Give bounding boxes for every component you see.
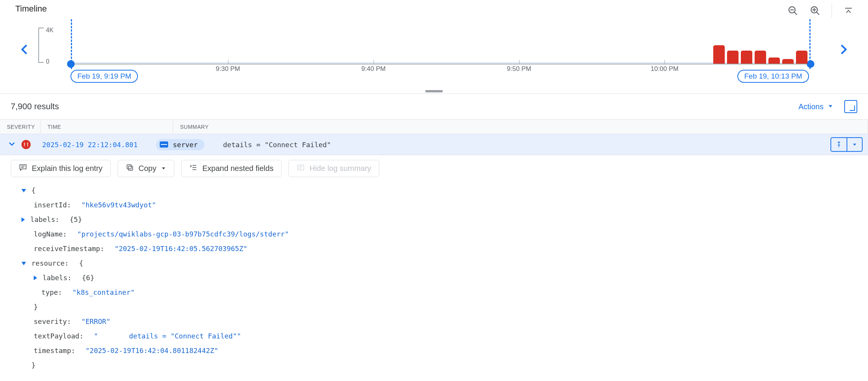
log-row-toolbar: Explain this log entry Copy Expand neste… [0, 155, 868, 182]
expand-list-icon [189, 163, 198, 174]
json-value: details = "Connect Failed"" [129, 329, 241, 343]
severity-badge-error[interactable]: !! [21, 140, 31, 149]
timeline-axis [71, 62, 811, 64]
panel-resize-handle[interactable] [425, 90, 443, 92]
triangle-right-icon[interactable] [21, 217, 25, 222]
hide-summary-button[interactable]: Hide log summary [288, 160, 379, 177]
zoom-out-icon[interactable] [787, 5, 799, 16]
json-value: "projects/qwiklabs-gcp-03-b97b75cdfc39/l… [77, 227, 289, 241]
row-actions [830, 137, 863, 152]
json-brace: } [34, 300, 38, 314]
copy-button[interactable]: Copy [118, 160, 175, 177]
caret-down-icon [827, 102, 834, 111]
timeline-ylabel-min: 0 [46, 58, 49, 65]
actions-button[interactable]: Actions [798, 102, 834, 111]
triangle-down-icon[interactable] [21, 262, 26, 265]
json-value: "hke56v9tv43wdyot" [81, 198, 156, 212]
timeline-tick: 10:00 PM [651, 65, 679, 73]
timeline-section: Timeline 4K 0 [0, 0, 868, 94]
col-time[interactable]: TIME [41, 120, 173, 134]
timeline-tick: 9:40 PM [361, 65, 385, 73]
range-handle-right[interactable] [807, 60, 814, 68]
bar[interactable] [782, 59, 794, 64]
row-timestamp[interactable]: 2025-02-19 22:12:04.801 [42, 141, 138, 149]
json-node[interactable]: insertId: "hke56v9tv43wdyot" [11, 198, 868, 212]
json-brace: { [31, 183, 36, 198]
timeline-ylabel-max: 4K [46, 27, 54, 34]
fullscreen-icon[interactable] [844, 100, 857, 113]
results-count: 7,900 results [11, 102, 59, 112]
json-key: labels: [30, 212, 59, 227]
json-node[interactable]: logName: "projects/qwiklabs-gcp-03-b97b7… [11, 227, 868, 241]
json-value: "k8s_container" [72, 285, 135, 300]
json-node[interactable]: timestamp: "2025-02-19T16:42:04.80118244… [11, 343, 868, 358]
json-node[interactable]: severity: "ERROR" [11, 314, 868, 329]
expand-row-icon[interactable] [8, 140, 16, 149]
timeline-chart[interactable]: 4K 0 Feb 19, 9:19 PM Feb 19, 10:13 PM 9:… [8, 20, 860, 85]
caret-down-icon [161, 164, 166, 173]
json-node[interactable]: } [11, 358, 868, 373]
triangle-down-icon[interactable] [21, 189, 26, 192]
collapse-panel-icon[interactable] [843, 5, 854, 16]
json-value: "2025-02-19T16:42:05.562703965Z" [115, 241, 247, 256]
json-node[interactable]: textPayload: " details = "Connect Failed… [11, 329, 868, 343]
range-end-pill[interactable]: Feb 19, 10:13 PM [737, 70, 809, 83]
log-row[interactable]: !! 2025-02-19 22:12:04.801 server detail… [0, 134, 868, 155]
svg-rect-12 [128, 166, 133, 170]
range-start-pill[interactable]: Feb 19, 9:19 PM [70, 70, 138, 83]
svg-line-4 [817, 12, 819, 15]
json-node[interactable]: receiveTimestamp: "2025-02-19T16:42:05.5… [11, 241, 868, 256]
svg-marker-9 [853, 144, 856, 146]
explain-label: Explain this log entry [32, 164, 103, 173]
service-name: server [173, 141, 198, 149]
bar[interactable] [768, 57, 780, 64]
timeline-tools [787, 4, 860, 18]
triangle-right-icon[interactable] [34, 276, 37, 280]
json-key: labels: [43, 271, 72, 285]
bar[interactable] [796, 51, 807, 64]
col-severity[interactable]: SEVERITY [0, 120, 41, 134]
json-key: textPayload: [34, 329, 84, 343]
bar[interactable] [755, 51, 766, 64]
timeline-title: Timeline [8, 4, 47, 14]
caret-down-icon[interactable] [847, 138, 862, 151]
bar[interactable] [713, 45, 725, 64]
timeline-yaxis [38, 28, 44, 63]
zoom-in-icon[interactable] [809, 5, 821, 16]
json-brace: } [31, 358, 36, 373]
results-bar: 7,900 results Actions [0, 94, 868, 120]
timeline-plot[interactable] [71, 23, 811, 64]
log-json-tree: { insertId: "hke56v9tv43wdyot" labels: {… [0, 182, 868, 380]
expand-fields-button[interactable]: Expand nested fields [181, 160, 282, 177]
json-key: severity: [34, 314, 71, 329]
json-node[interactable]: resource: { [11, 256, 868, 271]
json-value: "ERROR" [81, 314, 110, 329]
col-summary[interactable]: SUMMARY [173, 120, 868, 134]
svg-marker-14 [162, 168, 165, 169]
json-node[interactable]: { [11, 183, 868, 198]
service-icon [160, 141, 168, 148]
bar[interactable] [741, 51, 752, 64]
bar[interactable] [727, 51, 739, 64]
json-key: receiveTimestamp: [34, 241, 104, 256]
timeline-tick: 9:50 PM [507, 65, 531, 73]
pin-icon[interactable] [831, 138, 847, 151]
timeline-next-icon[interactable] [837, 43, 850, 57]
logs-table-header: SEVERITY TIME SUMMARY [0, 120, 868, 134]
svg-marker-8 [829, 105, 832, 107]
json-key: insertId: [34, 198, 71, 212]
json-node[interactable]: labels: {6} [11, 271, 868, 285]
explain-log-button[interactable]: Explain this log entry [11, 160, 111, 177]
json-brace: { [79, 256, 83, 271]
service-chip[interactable]: server [156, 139, 205, 150]
copy-label: Copy [139, 164, 157, 173]
hide-label: Hide log summary [310, 164, 371, 173]
json-node[interactable]: } [11, 300, 868, 314]
json-node[interactable]: labels: {5} [11, 212, 868, 227]
timeline-prev-icon[interactable] [18, 43, 31, 57]
range-handle-left[interactable] [67, 60, 75, 68]
hide-icon [296, 163, 305, 174]
json-node[interactable]: type: "k8s_container" [11, 285, 868, 300]
json-quote: " [94, 329, 98, 343]
svg-rect-13 [127, 165, 131, 169]
